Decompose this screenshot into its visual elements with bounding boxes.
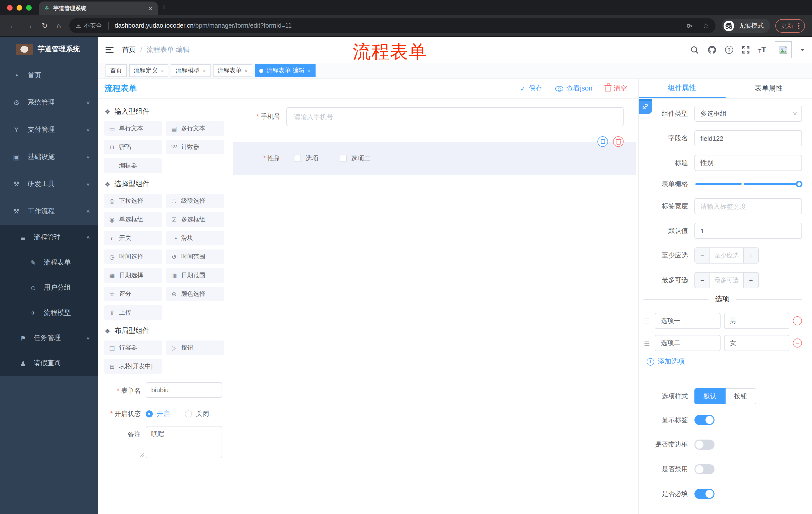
key-icon[interactable] <box>686 22 694 29</box>
close-window-button[interactable] <box>7 5 12 10</box>
form-remark-textarea[interactable]: 嘿嘿 <box>146 426 222 458</box>
option-1-label-input[interactable] <box>655 313 720 329</box>
tag-process-form-edit[interactable]: 流程表单-编辑 × <box>255 64 316 77</box>
avatar-dropdown-caret-icon[interactable] <box>801 49 805 51</box>
palette-item-rate[interactable]: ☆评分 <box>104 287 162 301</box>
remove-option-button[interactable]: − <box>793 339 802 348</box>
tab-form-props[interactable]: 表单属性 <box>725 79 812 98</box>
palette-item-editor[interactable]: 编辑器 <box>104 158 162 173</box>
sidebar-item-payment[interactable]: ¥ 支付管理 ∨ <box>0 116 98 143</box>
palette-item-switch[interactable]: ◐开关 <box>104 231 162 245</box>
palette-item-cascader[interactable]: ∴级联选择 <box>166 194 224 208</box>
checkbox-icon[interactable] <box>294 155 301 162</box>
help-icon[interactable]: ? <box>725 46 733 54</box>
bookmark-star-icon[interactable]: ☆ <box>703 22 709 30</box>
status-on-radio[interactable] <box>146 410 153 417</box>
increase-button[interactable]: + <box>744 273 758 288</box>
close-tab-icon[interactable]: × <box>149 5 152 12</box>
phone-field-row[interactable]: 手机号 <box>233 107 638 126</box>
drag-handle-icon[interactable]: ☰ <box>643 339 651 347</box>
option-2-value-input[interactable] <box>724 335 789 351</box>
reload-icon[interactable]: ↻ <box>42 22 48 29</box>
palette-item-date-picker[interactable]: ▦日期选择 <box>104 268 162 283</box>
decrease-button[interactable]: − <box>695 248 709 263</box>
option-2-label-input[interactable] <box>655 335 720 351</box>
palette-item-button[interactable]: ▷按钮 <box>166 341 224 355</box>
link-icon[interactable] <box>639 99 652 114</box>
palette-item-row-container[interactable]: ◫行容器 <box>104 341 162 355</box>
breadcrumb-home[interactable]: 首页 <box>122 45 136 54</box>
palette-item-counter[interactable]: 123计数器 <box>166 140 224 154</box>
style-button-button[interactable]: 按钮 <box>726 388 756 404</box>
copy-component-button[interactable] <box>598 136 608 147</box>
github-icon[interactable] <box>707 45 717 54</box>
disabled-toggle[interactable] <box>694 464 715 474</box>
update-browser-button[interactable]: 更新 <box>775 19 805 32</box>
label-width-input[interactable] <box>694 198 802 214</box>
min-select-placeholder[interactable]: 至少应选 <box>709 248 744 263</box>
tag-process-model[interactable]: 流程模型 × <box>171 64 210 77</box>
maximize-window-button[interactable] <box>26 5 32 10</box>
required-toggle[interactable] <box>694 489 715 499</box>
save-button[interactable]: ✓ 保存 <box>520 84 543 93</box>
tag-process-form[interactable]: 流程表单 × <box>213 64 253 77</box>
font-size-icon[interactable]: TT <box>758 46 766 54</box>
palette-item-color-picker[interactable]: ⊛颜色选择 <box>166 287 224 301</box>
sidebar-item-task-management[interactable]: ⚑ 任务管理 ∨ <box>0 325 98 351</box>
component-type-select[interactable] <box>694 106 802 122</box>
palette-item-radio-group[interactable]: ◉单选框组 <box>104 212 162 227</box>
sidebar-item-home[interactable]: ◔ 首页 <box>0 62 98 89</box>
drag-handle-icon[interactable]: ☰ <box>643 317 651 325</box>
close-tag-icon[interactable]: × <box>203 67 206 74</box>
status-off-radio[interactable] <box>185 410 192 417</box>
gender-option-2[interactable]: 选项二 <box>340 154 371 163</box>
sidebar-item-infrastructure[interactable]: ▣ 基础设施 ∨ <box>0 143 98 170</box>
palette-item-multiline-text[interactable]: ▤多行文本 <box>166 121 224 136</box>
close-tag-icon[interactable]: × <box>245 67 248 74</box>
close-tag-icon[interactable]: × <box>308 67 311 74</box>
home-icon[interactable]: ⌂ <box>57 22 61 29</box>
palette-item-date-range[interactable]: ▥日期范围 <box>166 268 224 283</box>
add-option-link[interactable]: + 添加选项 <box>647 357 802 366</box>
address-bar[interactable]: ⚠ 不安全 dashboard.yudao.iocoder.cn/bpm/man… <box>69 18 716 33</box>
selected-component-gender[interactable]: 性别 选项一 选项二 <box>233 142 636 175</box>
max-select-placeholder[interactable]: 最多可选 <box>709 273 744 288</box>
palette-item-upload[interactable]: ⇧上传 <box>104 305 162 320</box>
field-name-input[interactable] <box>694 130 802 146</box>
increase-button[interactable]: + <box>744 248 758 263</box>
palette-item-time-picker[interactable]: ◷时间选择 <box>104 249 162 264</box>
tab-component-props[interactable]: 组件属性 <box>639 79 725 98</box>
decrease-button[interactable]: − <box>695 273 709 288</box>
palette-item-time-range[interactable]: ↺时间范围 <box>166 249 224 264</box>
form-grid-slider[interactable] <box>695 183 798 185</box>
sidebar-item-system[interactable]: ⚙ 系统管理 ∨ <box>0 89 98 116</box>
browser-menu-icon[interactable] <box>798 22 800 29</box>
show-label-toggle[interactable] <box>694 415 715 425</box>
fullscreen-icon[interactable] <box>742 46 750 54</box>
sidebar-item-leave-query[interactable]: ♟ 请假查询 <box>0 351 98 376</box>
browser-tab[interactable]: ☘ 芋道管理系统 × <box>39 1 158 15</box>
option-1-value-input[interactable] <box>724 313 789 329</box>
sidebar-item-workflow[interactable]: ⚒ 工作流程 ∧ <box>0 198 98 225</box>
palette-item-table[interactable]: ⊞表格[开发中] <box>104 359 162 374</box>
forward-icon[interactable]: → <box>26 22 33 29</box>
slider-handle[interactable] <box>796 181 803 187</box>
sidebar-item-process-form[interactable]: ✎ 流程表单 <box>0 250 98 275</box>
remove-option-button[interactable]: − <box>793 316 802 325</box>
phone-input[interactable] <box>286 107 624 126</box>
palette-item-checkbox-group[interactable]: ☑多选框组 <box>166 212 224 227</box>
delete-component-button[interactable] <box>613 136 624 147</box>
sidebar-item-process-model[interactable]: ✈ 流程模型 <box>0 300 98 325</box>
with-border-toggle[interactable] <box>694 439 715 450</box>
back-icon[interactable]: ← <box>9 22 17 29</box>
sidebar-item-process-management[interactable]: ≣ 流程管理 ∧ <box>0 225 98 250</box>
title-input[interactable] <box>694 155 802 171</box>
status-on-label[interactable]: 开启 <box>157 409 170 418</box>
palette-item-select[interactable]: ◎下拉选择 <box>104 194 162 208</box>
new-tab-button[interactable]: + <box>162 3 166 10</box>
palette-item-password[interactable]: ⊓密码 <box>104 140 162 154</box>
tag-process-definition[interactable]: 流程定义 × <box>129 64 169 77</box>
sidebar-item-user-group[interactable]: ☺ 用户分组 <box>0 275 98 300</box>
palette-item-slider[interactable]: –•滑块 <box>166 231 224 245</box>
palette-item-single-line-text[interactable]: ▭单行文本 <box>104 121 162 136</box>
